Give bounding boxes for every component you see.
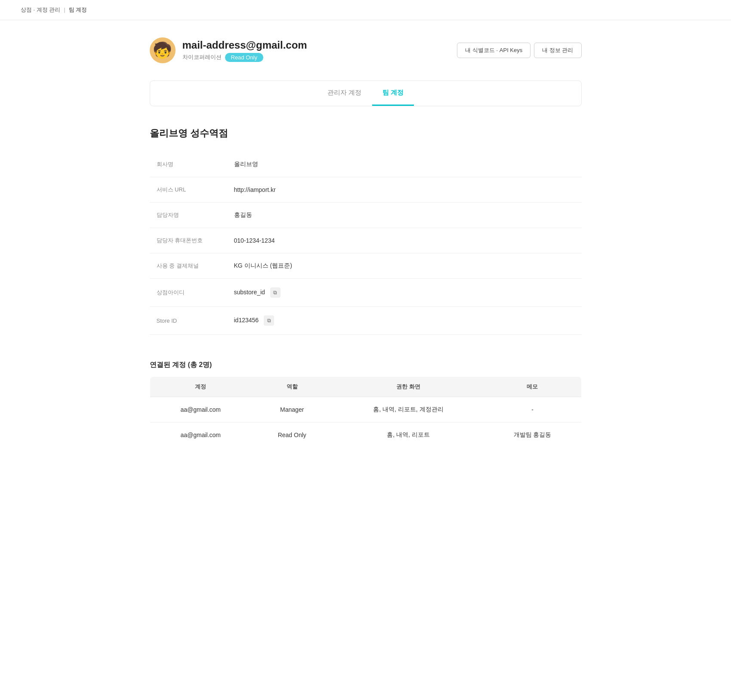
account-screens-1: 홈, 내역, 리포트, 계정관리 (333, 397, 484, 422)
profile-meta: 차이코퍼레이션 Read Only (182, 53, 307, 62)
table-row: 상점아이디 substore_id ⧉ (150, 279, 582, 307)
tab-bar: 관리자 계정 팀 계정 (150, 80, 582, 106)
col-header-memo: 메모 (484, 377, 581, 397)
field-value-payment-channel: KG 이니시스 (웹표준) (227, 253, 582, 279)
field-label-company: 회사명 (150, 152, 227, 177)
account-memo-2: 개발팀 홍길동 (484, 422, 581, 448)
profile-company: 차이코퍼레이션 (182, 53, 222, 61)
breadcrumb-separator: | (64, 7, 65, 13)
breadcrumb: 상점 · 계정 관리 | 팀 계정 (0, 0, 731, 20)
store-info-table: 회사명 올리브영 서비스 URL http://iamport.kr 담당자명 … (150, 152, 582, 335)
my-info-button[interactable]: 내 정보 관리 (534, 43, 581, 58)
profile-email: mail-address@gmail.com (182, 39, 307, 51)
breadcrumb-team-account: 팀 계정 (69, 6, 87, 14)
profile-actions: 내 식별코드 · API Keys 내 정보 관리 (457, 43, 581, 58)
store-section-title: 올리브영 성수역점 (150, 127, 582, 140)
field-value-phone: 010-1234-1234 (227, 228, 582, 253)
account-role-2: Read Only (251, 422, 333, 448)
connected-accounts-title: 연결된 계정 (총 2명) (150, 361, 582, 370)
field-label-store-id-numeric: Store ID (150, 307, 227, 335)
field-label-url: 서비스 URL (150, 177, 227, 203)
col-header-screens: 권한 화면 (333, 377, 484, 397)
copy-store-id-icon[interactable]: ⧉ (270, 287, 281, 298)
table-row: aa@gmail.com Read Only 홈, 내역, 리포트 개발팀 홍길… (150, 422, 581, 448)
profile-left: 🧒 mail-address@gmail.com 차이코퍼레이션 Read On… (150, 37, 307, 63)
table-row: aa@gmail.com Manager 홈, 내역, 리포트, 계정관리 - (150, 397, 581, 422)
field-value-contact-name: 홍길동 (227, 203, 582, 228)
connected-count: (총 2명) (188, 361, 212, 368)
field-value-store-id: substore_id ⧉ (227, 279, 582, 307)
page-wrapper: 상점 · 계정 관리 | 팀 계정 🧒 mail-address@gmail.c… (0, 0, 731, 700)
table-row: 사용 중 결제채널 KG 이니시스 (웹표준) (150, 253, 582, 279)
profile-header: 🧒 mail-address@gmail.com 차이코퍼레이션 Read On… (150, 37, 582, 63)
field-label-phone: 담당자 휴대폰번호 (150, 228, 227, 253)
table-row: 담당자명 홍길동 (150, 203, 582, 228)
profile-info: mail-address@gmail.com 차이코퍼레이션 Read Only (182, 39, 307, 62)
account-memo-1: - (484, 397, 581, 422)
copy-numeric-store-id-icon[interactable]: ⧉ (264, 315, 274, 326)
main-content: 🧒 mail-address@gmail.com 차이코퍼레이션 Read On… (129, 20, 602, 465)
field-label-contact-name: 담당자명 (150, 203, 227, 228)
field-label-payment-channel: 사용 중 결제채널 (150, 253, 227, 279)
tab-team-account[interactable]: 팀 계정 (372, 81, 414, 106)
table-row: 담당자 휴대폰번호 010-1234-1234 (150, 228, 582, 253)
account-screens-2: 홈, 내역, 리포트 (333, 422, 484, 448)
field-value-url: http://iamport.kr (227, 177, 582, 203)
avatar: 🧒 (150, 37, 176, 63)
table-row: 회사명 올리브영 (150, 152, 582, 177)
field-value-store-id-numeric: id123456 ⧉ (227, 307, 582, 335)
breadcrumb-store-management[interactable]: 상점 · 계정 관리 (21, 6, 60, 14)
col-header-account: 계정 (150, 377, 251, 397)
col-header-role: 역할 (251, 377, 333, 397)
api-keys-button[interactable]: 내 식별코드 · API Keys (457, 43, 531, 58)
read-only-badge: Read Only (225, 53, 263, 62)
connected-accounts-table: 계정 역할 권한 화면 메모 aa@gmail.com Manager 홈, 내… (150, 376, 582, 448)
table-row: Store ID id123456 ⧉ (150, 307, 582, 335)
connected-label: 연결된 계정 (150, 361, 186, 368)
account-role-1: Manager (251, 397, 333, 422)
field-label-store-id: 상점아이디 (150, 279, 227, 307)
account-email-2: aa@gmail.com (150, 422, 251, 448)
account-email-1: aa@gmail.com (150, 397, 251, 422)
table-row: 서비스 URL http://iamport.kr (150, 177, 582, 203)
field-value-company: 올리브영 (227, 152, 582, 177)
tab-admin-account[interactable]: 관리자 계정 (317, 81, 372, 106)
